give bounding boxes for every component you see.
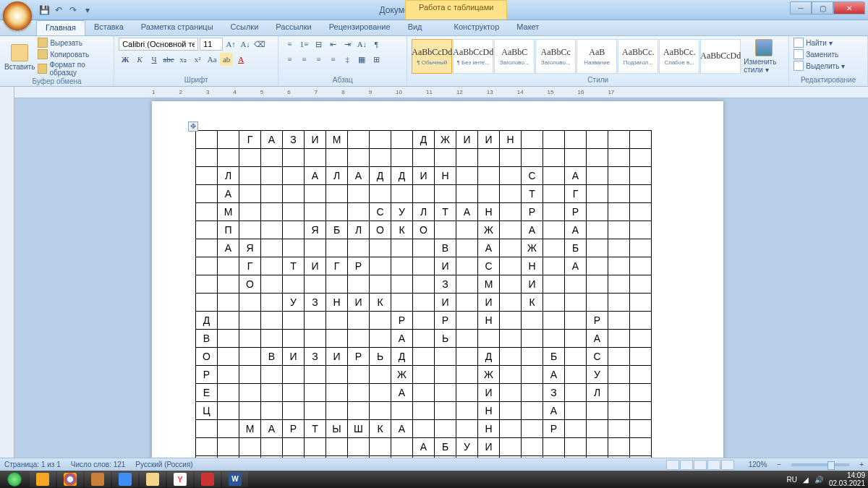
cell-8-11[interactable]: И bbox=[435, 257, 456, 275]
cell-16-11[interactable] bbox=[435, 402, 456, 420]
cell-18-11[interactable]: Б bbox=[435, 438, 456, 456]
grow-font-button[interactable]: A↑ bbox=[224, 38, 237, 51]
cell-12-7[interactable] bbox=[348, 330, 370, 348]
cell-15-3[interactable] bbox=[261, 384, 283, 402]
cell-10-10[interactable] bbox=[413, 294, 435, 312]
cell-12-10[interactable] bbox=[413, 330, 435, 348]
cell-17-20[interactable] bbox=[630, 420, 652, 438]
start-button[interactable] bbox=[0, 471, 29, 488]
cell-11-1[interactable] bbox=[218, 312, 239, 330]
cell-2-10[interactable] bbox=[413, 149, 435, 167]
cell-4-12[interactable] bbox=[456, 185, 478, 203]
cell-4-5[interactable] bbox=[305, 185, 326, 203]
cell-13-0[interactable]: О bbox=[196, 348, 218, 366]
cell-15-9[interactable]: А bbox=[391, 384, 413, 402]
show-marks-button[interactable]: ¶ bbox=[370, 38, 383, 51]
cell-13-19[interactable] bbox=[608, 348, 630, 366]
cell-8-12[interactable] bbox=[456, 257, 478, 275]
cell-3-5[interactable]: А bbox=[305, 167, 326, 185]
close-button[interactable]: ✕ bbox=[833, 1, 865, 14]
cell-14-9[interactable]: Ж bbox=[391, 366, 413, 384]
cell-3-14[interactable] bbox=[500, 167, 522, 185]
cell-16-15[interactable] bbox=[522, 402, 543, 420]
highlight-button[interactable]: ab bbox=[220, 53, 233, 66]
table-anchor-icon[interactable]: ✥ bbox=[188, 121, 198, 132]
cell-3-15[interactable]: С bbox=[522, 167, 543, 185]
cell-5-1[interactable]: М bbox=[218, 203, 239, 221]
style-item-4[interactable]: AaBНазвание bbox=[576, 39, 617, 74]
cell-14-12[interactable] bbox=[456, 366, 478, 384]
cell-6-7[interactable]: Л bbox=[348, 221, 370, 239]
cell-16-20[interactable] bbox=[630, 402, 652, 420]
view-fullscreen[interactable] bbox=[680, 460, 693, 470]
cell-7-4[interactable] bbox=[283, 239, 305, 257]
cell-13-11[interactable] bbox=[435, 348, 456, 366]
strike-button[interactable]: abc bbox=[162, 53, 175, 66]
zoom-out[interactable]: − bbox=[777, 461, 781, 468]
cell-5-4[interactable] bbox=[283, 203, 305, 221]
cell-8-20[interactable] bbox=[630, 257, 652, 275]
cell-3-9[interactable]: Д bbox=[391, 167, 413, 185]
cell-3-13[interactable] bbox=[478, 167, 500, 185]
cell-12-5[interactable] bbox=[305, 330, 326, 348]
cell-4-4[interactable] bbox=[283, 185, 305, 203]
cell-10-18[interactable] bbox=[587, 294, 608, 312]
cell-13-3[interactable]: В bbox=[261, 348, 283, 366]
cell-14-6[interactable] bbox=[326, 366, 348, 384]
paste-button[interactable]: Вставить bbox=[4, 38, 35, 76]
cell-11-2[interactable] bbox=[239, 312, 261, 330]
cell-7-9[interactable] bbox=[391, 239, 413, 257]
cell-2-19[interactable] bbox=[608, 149, 630, 167]
document-scroll[interactable]: 1234567891011121314151617 ✥ ГАЗИМДЖИИНЛА… bbox=[14, 87, 868, 459]
cell-15-16[interactable]: З bbox=[543, 384, 565, 402]
cell-5-8[interactable]: С bbox=[370, 203, 391, 221]
cell-12-9[interactable]: А bbox=[391, 330, 413, 348]
cell-3-19[interactable] bbox=[608, 167, 630, 185]
indent-inc-button[interactable]: ⇥ bbox=[341, 38, 354, 51]
cell-15-19[interactable] bbox=[608, 384, 630, 402]
cell-3-2[interactable] bbox=[239, 167, 261, 185]
cell-8-6[interactable]: Г bbox=[326, 257, 348, 275]
cell-14-5[interactable] bbox=[305, 366, 326, 384]
cell-10-6[interactable]: Н bbox=[326, 294, 348, 312]
cell-3-0[interactable] bbox=[196, 167, 218, 185]
tab-references[interactable]: Ссылки bbox=[222, 20, 268, 35]
view-draft[interactable] bbox=[721, 460, 734, 470]
taskbar-app-3[interactable] bbox=[112, 471, 138, 487]
office-button[interactable] bbox=[3, 1, 32, 30]
cell-12-16[interactable] bbox=[543, 330, 565, 348]
cell-15-10[interactable] bbox=[413, 384, 435, 402]
cell-12-15[interactable] bbox=[522, 330, 543, 348]
style-item-6[interactable]: AaBbCc.Слабое в... bbox=[659, 39, 699, 74]
cell-14-13[interactable]: Ж bbox=[478, 366, 500, 384]
format-painter-button[interactable]: Формат по образцу bbox=[38, 61, 109, 77]
cell-7-2[interactable]: Я bbox=[239, 239, 261, 257]
cell-10-5[interactable]: З bbox=[305, 294, 326, 312]
cell-18-13[interactable]: И bbox=[478, 438, 500, 456]
cell-14-19[interactable] bbox=[608, 366, 630, 384]
cell-12-11[interactable]: Ь bbox=[435, 330, 456, 348]
cell-14-4[interactable] bbox=[283, 366, 305, 384]
cell-12-3[interactable] bbox=[261, 330, 283, 348]
replace-button[interactable]: Заменить bbox=[793, 49, 863, 59]
cell-3-10[interactable]: И bbox=[413, 167, 435, 185]
cell-11-3[interactable] bbox=[261, 312, 283, 330]
cell-8-10[interactable] bbox=[413, 257, 435, 275]
cell-5-6[interactable] bbox=[326, 203, 348, 221]
cell-6-19[interactable] bbox=[608, 221, 630, 239]
cell-9-9[interactable] bbox=[391, 275, 413, 294]
cell-9-16[interactable] bbox=[543, 275, 565, 294]
cell-9-7[interactable] bbox=[348, 275, 370, 294]
font-size-select[interactable] bbox=[200, 38, 223, 51]
cell-10-8[interactable]: К bbox=[370, 294, 391, 312]
cell-7-18[interactable] bbox=[587, 239, 608, 257]
cell-4-19[interactable] bbox=[608, 185, 630, 203]
cell-15-8[interactable] bbox=[370, 384, 391, 402]
cell-9-17[interactable] bbox=[565, 275, 587, 294]
cell-17-19[interactable] bbox=[608, 420, 630, 438]
cell-8-7[interactable]: Р bbox=[348, 257, 370, 275]
taskbar-app-explorer[interactable] bbox=[140, 471, 166, 487]
cell-13-20[interactable] bbox=[630, 348, 652, 366]
taskbar-app-1[interactable] bbox=[30, 471, 56, 487]
cell-15-18[interactable]: Л bbox=[587, 384, 608, 402]
